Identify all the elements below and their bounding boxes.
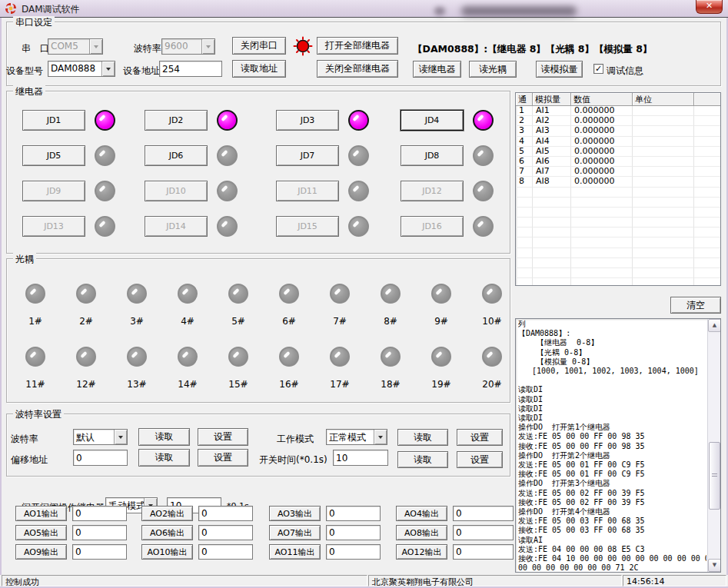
chevron-down-icon[interactable] xyxy=(101,61,115,76)
relay-button-jd14[interactable]: JD14 xyxy=(145,216,208,237)
relay-button-jd12[interactable]: JD12 xyxy=(401,181,464,201)
opto-label: 10# xyxy=(482,316,501,327)
table-row[interactable]: 7AI70.000000 xyxy=(516,167,720,177)
table-cell: 0.000000 xyxy=(571,147,633,157)
relay-button-jd2[interactable]: JD2 xyxy=(145,110,208,131)
ao-input-ao1[interactable] xyxy=(72,506,127,521)
offset-address-input[interactable] xyxy=(73,450,128,466)
relay-button-jd15[interactable]: JD15 xyxy=(276,216,339,237)
analog-column-header[interactable]: 模拟量 xyxy=(533,93,571,106)
set-baud-button[interactable]: 设置 xyxy=(198,428,248,446)
ao-button-ao6[interactable]: AO6输出 xyxy=(141,525,193,540)
log-scrollbar[interactable]: ▲ ▼ xyxy=(707,319,720,572)
scroll-up-icon[interactable]: ▲ xyxy=(708,319,721,332)
set-offset-button[interactable]: 设置 xyxy=(198,449,248,467)
ao-input-ao8[interactable] xyxy=(453,525,514,540)
read-relay-button[interactable]: 读继电器 xyxy=(413,61,461,78)
scroll-down-icon[interactable]: ▼ xyxy=(708,559,721,572)
table-row[interactable]: 5AI50.000000 xyxy=(516,147,720,157)
table-cell xyxy=(633,126,694,136)
table-cell: 0.000000 xyxy=(571,126,633,136)
read-opto-button[interactable]: 读光耦 xyxy=(469,61,517,78)
device-model-select[interactable]: DAM0888 xyxy=(48,61,115,77)
ao-output-grid: AO1输出AO2输出AO3输出AO4输出AO5输出AO6输出AO7输出AO8输出… xyxy=(15,506,519,560)
ao-input-ao9[interactable] xyxy=(72,544,127,560)
close-port-button[interactable]: 关闭串口 xyxy=(232,37,286,55)
relay-button-jd8[interactable]: JD8 xyxy=(401,145,464,166)
scrollbar-thumb[interactable] xyxy=(709,442,720,510)
ao-button-ao10[interactable]: AO10输出 xyxy=(141,544,193,560)
relay-button-jd11[interactable]: JD11 xyxy=(276,181,339,201)
analog-column-header[interactable]: 单位 xyxy=(633,93,694,106)
switch-time-input[interactable] xyxy=(333,450,388,466)
close-button[interactable]: ✕ xyxy=(696,0,723,14)
ao-button-ao12[interactable]: AO12输出 xyxy=(396,544,447,560)
ao-button-ao8[interactable]: AO8输出 xyxy=(396,525,447,540)
table-row[interactable]: 8AI80.000000 xyxy=(516,177,720,187)
ao-input-ao10[interactable] xyxy=(198,544,253,560)
ao-input-ao5[interactable] xyxy=(72,525,127,540)
debug-info-checkbox[interactable]: ✓ xyxy=(593,64,603,74)
analog-column-header[interactable]: 通 xyxy=(516,93,533,106)
ao-button-ao2[interactable]: AO2输出 xyxy=(141,506,193,521)
chevron-down-icon[interactable] xyxy=(201,39,214,54)
status-time: 14:56:14 xyxy=(623,575,726,586)
ao-button-ao9[interactable]: AO9输出 xyxy=(15,544,67,560)
relay-button-jd16[interactable]: JD16 xyxy=(401,216,464,237)
ao-input-ao11[interactable] xyxy=(326,544,381,560)
table-row[interactable]: 1AI10.000000 xyxy=(516,106,720,116)
ao-button-ao1[interactable]: AO1输出 xyxy=(15,506,67,521)
ao-button-ao4[interactable]: AO4输出 xyxy=(396,506,447,521)
read-baud-button[interactable]: 读取 xyxy=(138,428,190,446)
open-all-relays-button[interactable]: 打开全部继电器 xyxy=(317,37,398,55)
relay-button-jd3[interactable]: JD3 xyxy=(276,110,339,131)
relay-button-jd5[interactable]: JD5 xyxy=(22,145,85,166)
ao-button-ao3[interactable]: AO3输出 xyxy=(269,506,321,521)
ao-button-ao11[interactable]: AO11输出 xyxy=(269,544,321,560)
read-address-button[interactable]: 读取地址 xyxy=(232,60,286,78)
chevron-down-icon[interactable] xyxy=(374,430,387,444)
table-row[interactable]: 2AI20.000000 xyxy=(516,116,720,126)
relay-button-jd9[interactable]: JD9 xyxy=(22,181,85,201)
baud-setting-select[interactable]: 默认 xyxy=(73,429,128,445)
table-row[interactable]: 3AI30.000000 xyxy=(516,126,720,136)
analog-column-header[interactable]: 数值 xyxy=(571,93,633,106)
relay-button-jd7[interactable]: JD7 xyxy=(276,145,339,166)
port-select[interactable]: COM5 xyxy=(48,38,103,55)
set-switchtime-button[interactable]: 设置 xyxy=(457,451,503,468)
read-switchtime-button[interactable]: 读取 xyxy=(397,451,448,468)
relay-led-jd13 xyxy=(95,216,115,237)
ao-button-ao7[interactable]: AO7输出 xyxy=(269,525,321,540)
chevron-down-icon[interactable] xyxy=(89,39,102,54)
relay-button-jd4[interactable]: JD4 xyxy=(401,110,464,131)
switch-time-label: 开关时间(*0.1s) xyxy=(259,453,327,467)
relay-button-jd1[interactable]: JD1 xyxy=(22,110,85,131)
device-address-input[interactable] xyxy=(159,61,222,77)
close-all-relays-button[interactable]: 关闭全部继电器 xyxy=(317,60,398,78)
opto-cell: 19# xyxy=(431,347,451,390)
set-workmode-button[interactable]: 设置 xyxy=(457,429,503,446)
baudrate-select[interactable]: 9600 xyxy=(161,38,215,55)
analog-column-header[interactable] xyxy=(694,93,720,106)
ao-button-ao5[interactable]: AO5输出 xyxy=(15,525,67,540)
ao-input-ao7[interactable] xyxy=(326,525,381,540)
read-offset-button[interactable]: 读取 xyxy=(138,449,190,467)
read-analog-button[interactable]: 读模拟量 xyxy=(536,61,583,78)
ao-input-ao2[interactable] xyxy=(198,506,253,521)
work-mode-select[interactable]: 正常模式 xyxy=(326,429,387,445)
table-row[interactable]: 4AI40.000000 xyxy=(516,137,720,147)
read-workmode-button[interactable]: 读取 xyxy=(397,429,448,446)
relay-button-jd13[interactable]: JD13 xyxy=(22,216,85,237)
log-panel[interactable]: 列【DAM0888】: 【继电器 0-8】 【光耦 0-8】 【模拟量 0-8】… xyxy=(515,318,721,573)
relay-button-jd6[interactable]: JD6 xyxy=(145,145,208,166)
ao-input-ao3[interactable] xyxy=(326,506,381,521)
ao-input-ao4[interactable] xyxy=(453,506,514,521)
relay-button-jd10[interactable]: JD10 xyxy=(145,181,208,201)
ao-input-ao12[interactable] xyxy=(453,544,514,560)
ao-input-ao6[interactable] xyxy=(198,525,253,540)
clear-log-button[interactable]: 清空 xyxy=(670,297,721,314)
opto-grid: 1#2#3#4#5#6#7#8#9#10#11#12#13#14#15#16#1… xyxy=(10,284,517,390)
table-cell: 0.000000 xyxy=(571,137,633,147)
chevron-down-icon[interactable] xyxy=(114,430,127,444)
table-row[interactable]: 6AI60.000000 xyxy=(516,157,720,167)
